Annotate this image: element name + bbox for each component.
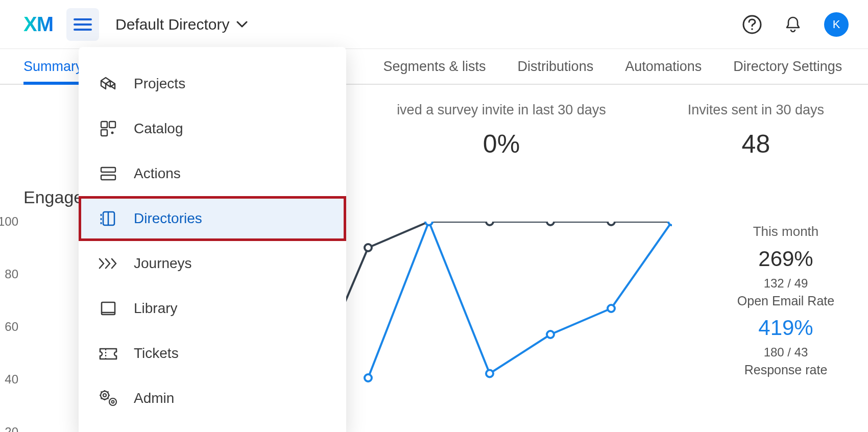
tab-distributions[interactable]: Distributions [518,49,594,84]
svg-point-7 [547,222,554,225]
tab-summary[interactable]: Summary [23,49,83,84]
avatar-initial: K [833,18,840,31]
stat-value: 0% [397,129,606,159]
notifications-button[interactable] [783,15,803,34]
nav-item-journeys[interactable]: Journeys [79,241,346,286]
stat-label: Invites sent in 30 days [688,102,824,118]
svg-point-33 [112,401,114,403]
journeys-icon [98,253,118,274]
svg-rect-17 [109,122,115,128]
stat-label: ived a survey invite in last 30 days [397,102,606,118]
hamburger-icon [74,17,92,32]
tickets-icon [98,343,118,364]
svg-point-19 [111,132,114,134]
logo: XM [23,13,53,36]
y-tick: 80 [0,267,18,281]
help-icon [742,15,762,34]
nav-item-projects[interactable]: Projects [79,61,346,106]
svg-point-8 [608,222,615,225]
nav-item-actions[interactable]: Actions [79,151,346,196]
y-tick: 100 [0,214,18,229]
nav-item-label: Catalog [134,121,183,137]
right-stats: This month 269% 132 / 49 Open Email Rate… [727,222,845,432]
y-axis-ticks: 100 80 60 40 20 [23,222,64,432]
svg-rect-20 [101,167,115,172]
nav-item-directories[interactable]: Directories [79,196,346,241]
open-rate-pct: 269% [727,247,845,271]
library-icon [98,298,118,319]
svg-point-4 [365,244,372,251]
svg-rect-21 [101,175,115,180]
period-label: This month [727,224,845,239]
directory-name: Default Directory [115,16,229,33]
stat-survey-invite: ived a survey invite in last 30 days 0% [397,102,606,159]
y-tick: 40 [0,372,18,387]
directories-icon [98,208,118,229]
nav-item-tickets[interactable]: Tickets [79,331,346,376]
svg-point-30 [101,391,109,399]
projects-icon [98,74,118,94]
help-button[interactable] [742,15,762,34]
y-tick: 60 [0,320,18,334]
topbar: XM Default Directory K [0,0,868,49]
svg-point-31 [103,394,106,397]
avatar[interactable]: K [824,12,849,37]
svg-point-6 [486,222,493,225]
main-nav-menu: Projects Catalog Actions Directories Jou… [79,47,346,432]
svg-point-10 [365,374,372,381]
tab-directory-settings[interactable]: Directory Settings [733,49,842,84]
directory-selector[interactable]: Default Directory [115,16,248,33]
admin-icon [98,388,118,409]
svg-point-15 [668,222,672,225]
nav-item-label: Library [134,300,178,317]
stat-value: 48 [688,129,824,159]
svg-point-14 [608,305,615,312]
svg-rect-16 [101,122,107,128]
svg-point-32 [109,398,116,405]
open-rate-frac: 132 / 49 [727,276,845,291]
response-rate-frac: 180 / 43 [727,345,845,359]
tab-automations[interactable]: Automations [625,49,702,84]
main-menu-button[interactable] [66,8,99,41]
nav-item-admin[interactable]: Admin [79,376,346,421]
nav-item-label: Admin [134,390,174,406]
chevron-down-icon [236,21,248,28]
stat-invites-sent: Invites sent in 30 days 48 [688,102,824,159]
nav-item-label: Journeys [134,255,192,272]
catalog-icon [98,118,118,139]
response-rate-label: Response rate [727,363,845,377]
response-rate-pct: 419% [727,316,845,340]
svg-rect-18 [101,130,107,136]
nav-item-catalog[interactable]: Catalog [79,106,346,151]
nav-item-label: Directories [134,210,202,227]
nav-item-library[interactable]: Library [79,286,346,331]
nav-item-label: Projects [134,76,185,92]
svg-point-13 [547,331,554,338]
y-tick: 20 [0,425,18,432]
actions-icon [98,163,118,184]
tab-segments-lists[interactable]: Segments & lists [383,49,486,84]
bell-icon [784,15,802,34]
svg-point-1 [751,28,753,30]
nav-item-label: Actions [134,165,181,182]
svg-point-11 [425,222,432,225]
svg-point-12 [486,370,493,377]
open-rate-label: Open Email Rate [727,294,845,308]
nav-item-label: Tickets [134,345,179,362]
